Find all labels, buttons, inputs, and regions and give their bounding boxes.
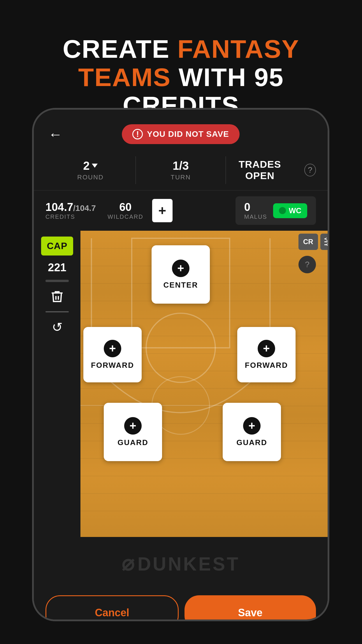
round-value: 2 (45, 159, 136, 172)
logo-area: ⌀DUNKEST (34, 537, 328, 589)
malus-block: 0 MALUS WC (236, 196, 316, 225)
top-bar: ← ! YOU DID NOT SAVE (34, 110, 328, 150)
forward-right-player-card[interactable]: + FORWARD (237, 327, 296, 382)
stats-row: 2 ROUND 1/3 TURN TRADES OPEN ? (34, 150, 328, 190)
plus-wildcard-button[interactable]: + (152, 199, 173, 222)
trades-help-icon[interactable]: ? (304, 164, 316, 176)
wildcard-label: WILDCARD (108, 214, 143, 220)
phone-inner: ← ! YOU DID NOT SAVE 2 ROUND 1/3 TURN (34, 110, 328, 620)
header-line1: CREATE FANTASY (0, 35, 362, 63)
wildcard-value: 60 (119, 201, 131, 214)
turn-value: 1/3 (136, 159, 226, 172)
back-button[interactable]: ← (48, 126, 62, 142)
credits-value: 104.7/104.7 (45, 201, 96, 214)
wc-label: WC (289, 206, 301, 215)
guard-right-player-card[interactable]: + GUARD (223, 403, 281, 461)
phone-container: ← ! YOU DID NOT SAVE 2 ROUND 1/3 TURN (32, 108, 329, 621)
divider-bar-2 (45, 311, 69, 312)
credits-label: CREDITS (45, 214, 96, 220)
trash-icon[interactable] (48, 288, 66, 305)
center-position-label: CENTER (164, 281, 198, 290)
turn-block: 1/3 TURN (136, 156, 226, 184)
cr-button[interactable]: CR (298, 234, 318, 250)
divider-bar-1 (45, 280, 69, 282)
forward-right-add-icon: + (258, 340, 275, 357)
trades-label: TRADES OPEN (226, 159, 294, 181)
help-button[interactable]: ? (298, 256, 316, 273)
save-button[interactable]: Save (184, 595, 316, 621)
trades-block: TRADES OPEN ? (226, 156, 316, 184)
cancel-button[interactable]: Cancel (45, 595, 179, 621)
forward-right-position-label: FORWARD (245, 361, 288, 370)
wildcard-block: 60 WILDCARD (108, 201, 143, 220)
credits-block: 104.7/104.7 CREDITS (45, 201, 96, 220)
center-player-card[interactable]: + CENTER (152, 245, 210, 304)
forward-left-position-label: FORWARD (91, 361, 134, 370)
forward-left-add-icon: + (104, 340, 121, 357)
dunkest-logo: ⌀DUNKEST (122, 551, 240, 575)
credits-row: 104.7/104.7 CREDITS 60 WILDCARD + 0 MALU… (34, 190, 328, 231)
round-dropdown-arrow[interactable] (92, 164, 98, 168)
forward-left-player-card[interactable]: + FORWARD (83, 327, 142, 382)
right-panel: CR ? (298, 231, 328, 273)
not-saved-text: YOU DID NOT SAVE (147, 130, 229, 139)
header-fantasy: FANTASY (178, 34, 299, 63)
header-create: CREATE (63, 34, 178, 63)
guard-left-add-icon: + (124, 417, 142, 435)
center-add-icon: + (172, 260, 189, 277)
turn-label: TURN (136, 174, 226, 181)
alert-icon: ! (132, 129, 143, 139)
guard-right-position-label: GUARD (236, 438, 267, 447)
header-with95: WITH 95 (171, 63, 284, 92)
cap-badge: CAP (41, 237, 73, 256)
guard-right-add-icon: + (243, 417, 261, 435)
svg-point-10 (327, 243, 328, 246)
header-teams: TEAMS (78, 63, 171, 92)
bottom-buttons: Cancel Save (34, 589, 328, 621)
court-area: CAP 221 ↺ CR (34, 231, 328, 537)
round-block: 2 ROUND (45, 156, 136, 184)
not-saved-badge: ! YOU DID NOT SAVE (122, 124, 240, 144)
filter-button[interactable] (320, 234, 328, 250)
svg-point-8 (326, 238, 328, 240)
malus-value: 0 (244, 201, 267, 214)
cap-number: 221 (48, 261, 66, 274)
wc-toggle[interactable]: WC (273, 203, 307, 218)
malus-label: MALUS (244, 214, 267, 220)
undo-icon[interactable]: ↺ (48, 318, 66, 336)
left-panel: CAP 221 ↺ (34, 231, 80, 537)
header-line2: TEAMS WITH 95 (0, 63, 362, 92)
guard-left-player-card[interactable]: + GUARD (104, 403, 162, 461)
guard-left-position-label: GUARD (117, 438, 148, 447)
round-label: ROUND (45, 174, 136, 181)
toggle-indicator (279, 207, 286, 214)
